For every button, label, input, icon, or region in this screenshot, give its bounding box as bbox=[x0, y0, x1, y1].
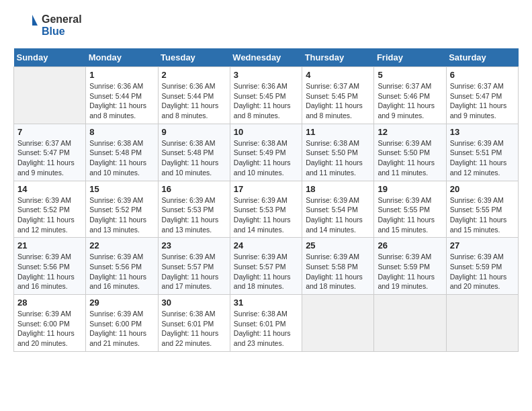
header-row: SundayMondayTuesdayWednesdayThursdayFrid… bbox=[14, 48, 519, 67]
day-number: 22 bbox=[89, 240, 154, 250]
day-of-week-header: Friday bbox=[374, 48, 446, 67]
day-number: 20 bbox=[450, 184, 515, 194]
calendar-day-cell: 10Sunrise: 6:38 AM Sunset: 5:49 PM Dayli… bbox=[230, 124, 302, 181]
calendar-day-cell: 14Sunrise: 6:39 AM Sunset: 5:52 PM Dayli… bbox=[14, 181, 86, 238]
calendar-day-cell: 31Sunrise: 6:38 AM Sunset: 6:01 PM Dayli… bbox=[230, 295, 302, 352]
day-number: 31 bbox=[234, 298, 298, 308]
day-number: 16 bbox=[162, 184, 226, 194]
day-number: 14 bbox=[17, 184, 82, 194]
day-of-week-header: Thursday bbox=[302, 48, 374, 67]
day-number: 27 bbox=[450, 240, 515, 250]
day-number: 10 bbox=[234, 127, 298, 137]
calendar-day-cell: 26Sunrise: 6:39 AM Sunset: 5:59 PM Dayli… bbox=[374, 238, 446, 295]
day-of-week-header: Sunday bbox=[14, 48, 86, 67]
calendar-day-cell: 24Sunrise: 6:39 AM Sunset: 5:57 PM Dayli… bbox=[230, 238, 302, 295]
calendar-day-cell: 8Sunrise: 6:38 AM Sunset: 5:48 PM Daylig… bbox=[86, 124, 158, 181]
day-info: Sunrise: 6:38 AM Sunset: 5:48 PM Dayligh… bbox=[162, 138, 226, 178]
calendar-day-cell bbox=[374, 295, 446, 352]
day-number: 1 bbox=[89, 70, 154, 80]
calendar-day-cell: 18Sunrise: 6:39 AM Sunset: 5:54 PM Dayli… bbox=[302, 181, 374, 238]
calendar-day-cell: 2Sunrise: 6:36 AM Sunset: 5:44 PM Daylig… bbox=[158, 67, 230, 124]
day-number: 12 bbox=[378, 127, 442, 137]
day-number: 17 bbox=[234, 184, 298, 194]
calendar-day-cell: 20Sunrise: 6:39 AM Sunset: 5:55 PM Dayli… bbox=[446, 181, 518, 238]
calendar-day-cell: 12Sunrise: 6:39 AM Sunset: 5:50 PM Dayli… bbox=[374, 124, 446, 181]
day-info: Sunrise: 6:39 AM Sunset: 5:53 PM Dayligh… bbox=[162, 195, 226, 235]
calendar-week-row: 21Sunrise: 6:39 AM Sunset: 5:56 PM Dayli… bbox=[14, 238, 519, 295]
calendar-day-cell: 11Sunrise: 6:38 AM Sunset: 5:50 PM Dayli… bbox=[302, 124, 374, 181]
day-info: Sunrise: 6:39 AM Sunset: 5:57 PM Dayligh… bbox=[162, 252, 226, 291]
calendar-day-cell: 17Sunrise: 6:39 AM Sunset: 5:53 PM Dayli… bbox=[230, 181, 302, 238]
day-info: Sunrise: 6:38 AM Sunset: 5:48 PM Dayligh… bbox=[89, 138, 154, 178]
day-number: 5 bbox=[378, 70, 442, 80]
calendar-day-cell: 21Sunrise: 6:39 AM Sunset: 5:56 PM Dayli… bbox=[14, 238, 86, 295]
day-info: Sunrise: 6:39 AM Sunset: 5:52 PM Dayligh… bbox=[89, 195, 154, 235]
calendar-day-cell: 27Sunrise: 6:39 AM Sunset: 5:59 PM Dayli… bbox=[446, 238, 518, 295]
day-number: 7 bbox=[17, 127, 82, 137]
day-info: Sunrise: 6:39 AM Sunset: 6:00 PM Dayligh… bbox=[89, 309, 154, 349]
logo: General Blue bbox=[13, 13, 82, 38]
day-info: Sunrise: 6:37 AM Sunset: 5:46 PM Dayligh… bbox=[378, 81, 442, 121]
day-info: Sunrise: 6:38 AM Sunset: 6:01 PM Dayligh… bbox=[234, 309, 298, 349]
day-of-week-header: Tuesday bbox=[158, 48, 230, 67]
calendar-day-cell: 9Sunrise: 6:38 AM Sunset: 5:48 PM Daylig… bbox=[158, 124, 230, 181]
day-info: Sunrise: 6:39 AM Sunset: 5:58 PM Dayligh… bbox=[306, 252, 370, 291]
calendar-week-row: 28Sunrise: 6:39 AM Sunset: 6:00 PM Dayli… bbox=[14, 295, 519, 352]
logo-blue: Blue bbox=[42, 26, 65, 37]
calendar-day-cell: 22Sunrise: 6:39 AM Sunset: 5:56 PM Dayli… bbox=[86, 238, 158, 295]
calendar-day-cell: 5Sunrise: 6:37 AM Sunset: 5:46 PM Daylig… bbox=[374, 67, 446, 124]
day-number: 21 bbox=[17, 240, 82, 250]
day-number: 6 bbox=[450, 70, 515, 80]
day-number: 2 bbox=[162, 70, 226, 80]
day-info: Sunrise: 6:38 AM Sunset: 5:49 PM Dayligh… bbox=[234, 138, 298, 178]
calendar-week-row: 14Sunrise: 6:39 AM Sunset: 5:52 PM Dayli… bbox=[14, 181, 519, 238]
day-info: Sunrise: 6:39 AM Sunset: 5:53 PM Dayligh… bbox=[234, 195, 298, 235]
day-of-week-header: Monday bbox=[86, 48, 158, 67]
day-number: 30 bbox=[162, 298, 226, 308]
day-number: 4 bbox=[306, 70, 370, 80]
day-of-week-header: Wednesday bbox=[230, 48, 302, 67]
day-info: Sunrise: 6:36 AM Sunset: 5:45 PM Dayligh… bbox=[234, 81, 298, 121]
day-of-week-header: Saturday bbox=[446, 48, 518, 67]
calendar-day-cell: 25Sunrise: 6:39 AM Sunset: 5:58 PM Dayli… bbox=[302, 238, 374, 295]
day-info: Sunrise: 6:39 AM Sunset: 5:59 PM Dayligh… bbox=[450, 252, 515, 291]
day-info: Sunrise: 6:39 AM Sunset: 5:59 PM Dayligh… bbox=[378, 252, 442, 291]
calendar-day-cell: 4Sunrise: 6:37 AM Sunset: 5:45 PM Daylig… bbox=[302, 67, 374, 124]
calendar-day-cell: 16Sunrise: 6:39 AM Sunset: 5:53 PM Dayli… bbox=[158, 181, 230, 238]
day-number: 28 bbox=[17, 298, 82, 308]
day-number: 24 bbox=[234, 240, 298, 250]
day-number: 18 bbox=[306, 184, 370, 194]
calendar-day-cell: 1Sunrise: 6:36 AM Sunset: 5:44 PM Daylig… bbox=[86, 67, 158, 124]
day-number: 26 bbox=[378, 240, 442, 250]
day-number: 11 bbox=[306, 127, 370, 137]
day-number: 15 bbox=[89, 184, 154, 194]
day-info: Sunrise: 6:39 AM Sunset: 5:55 PM Dayligh… bbox=[450, 195, 515, 235]
day-info: Sunrise: 6:36 AM Sunset: 5:44 PM Dayligh… bbox=[162, 81, 226, 121]
logo-icon bbox=[13, 13, 38, 38]
day-info: Sunrise: 6:39 AM Sunset: 6:00 PM Dayligh… bbox=[17, 309, 82, 349]
day-info: Sunrise: 6:37 AM Sunset: 5:45 PM Dayligh… bbox=[306, 81, 370, 121]
calendar-day-cell: 6Sunrise: 6:37 AM Sunset: 5:47 PM Daylig… bbox=[446, 67, 518, 124]
day-number: 9 bbox=[162, 127, 226, 137]
day-info: Sunrise: 6:37 AM Sunset: 5:47 PM Dayligh… bbox=[17, 138, 82, 178]
day-info: Sunrise: 6:39 AM Sunset: 5:54 PM Dayligh… bbox=[306, 195, 370, 235]
calendar-day-cell: 28Sunrise: 6:39 AM Sunset: 6:00 PM Dayli… bbox=[14, 295, 86, 352]
calendar-day-cell: 19Sunrise: 6:39 AM Sunset: 5:55 PM Dayli… bbox=[374, 181, 446, 238]
calendar-day-cell: 23Sunrise: 6:39 AM Sunset: 5:57 PM Dayli… bbox=[158, 238, 230, 295]
calendar-table: SundayMondayTuesdayWednesdayThursdayFrid… bbox=[13, 48, 519, 352]
day-info: Sunrise: 6:38 AM Sunset: 6:01 PM Dayligh… bbox=[162, 309, 226, 349]
calendar-week-row: 7Sunrise: 6:37 AM Sunset: 5:47 PM Daylig… bbox=[14, 124, 519, 181]
calendar-day-cell: 15Sunrise: 6:39 AM Sunset: 5:52 PM Dayli… bbox=[86, 181, 158, 238]
day-info: Sunrise: 6:36 AM Sunset: 5:44 PM Dayligh… bbox=[89, 81, 154, 121]
calendar-day-cell: 7Sunrise: 6:37 AM Sunset: 5:47 PM Daylig… bbox=[14, 124, 86, 181]
calendar-week-row: 1Sunrise: 6:36 AM Sunset: 5:44 PM Daylig… bbox=[14, 67, 519, 124]
day-info: Sunrise: 6:39 AM Sunset: 5:50 PM Dayligh… bbox=[378, 138, 442, 178]
day-info: Sunrise: 6:39 AM Sunset: 5:57 PM Dayligh… bbox=[234, 252, 298, 291]
day-number: 25 bbox=[306, 240, 370, 250]
day-number: 3 bbox=[234, 70, 298, 80]
logo-general: General bbox=[42, 13, 82, 25]
calendar-day-cell: 30Sunrise: 6:38 AM Sunset: 6:01 PM Dayli… bbox=[158, 295, 230, 352]
day-info: Sunrise: 6:39 AM Sunset: 5:56 PM Dayligh… bbox=[89, 252, 154, 291]
calendar-day-cell: 13Sunrise: 6:39 AM Sunset: 5:51 PM Dayli… bbox=[446, 124, 518, 181]
calendar-day-cell bbox=[302, 295, 374, 352]
